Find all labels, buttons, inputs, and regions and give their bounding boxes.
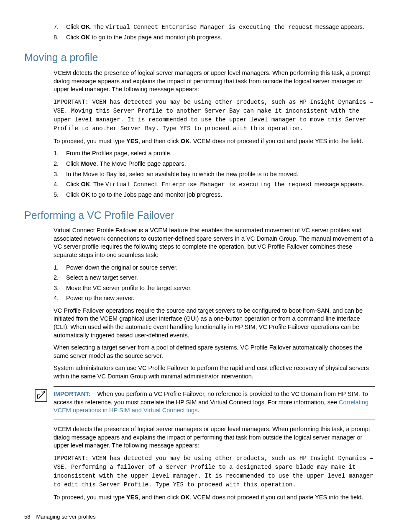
list-item: 4. Power up the new server.: [54, 294, 375, 303]
paragraph: When selecting a target server from a po…: [54, 344, 375, 360]
step-number: 5.: [54, 191, 66, 199]
step-number: 8.: [54, 33, 66, 42]
footer-title: Managing server profiles: [36, 513, 95, 521]
heading-vc-profile-failover: Performing a VC Profile Failover: [24, 208, 375, 223]
page-footer: 58 Managing server profiles: [24, 513, 375, 521]
step-text: Select a new target server.: [66, 274, 375, 282]
page-number: 58: [24, 513, 30, 521]
step-number: 2.: [54, 160, 66, 168]
step-text: Move the VC server profile to the target…: [66, 284, 375, 293]
step-text: Click OK. The Virtual Connect Enterprise…: [66, 23, 375, 31]
list-item: 8. Click OK to go to the Jobs page and m…: [54, 33, 375, 42]
list-item: 1. From the Profiles page, select a prof…: [54, 149, 375, 158]
step-text: From the Profiles page, select a profile…: [66, 149, 375, 158]
heading-moving-profile: Moving a profile: [24, 51, 375, 65]
list-item: 2. Click Move. The Move Profile page app…: [54, 160, 375, 168]
step-number: 4.: [54, 294, 66, 303]
step-text: Click OK to go to the Jobs page and moni…: [66, 33, 375, 42]
step-number: 2.: [54, 274, 66, 282]
step-text: In the Move to Bay list, select an avail…: [66, 170, 375, 179]
code-block: IMPORTANT: VCEM has detected you may be …: [54, 98, 375, 133]
list-item: 5. Click OK to go to the Jobs page and m…: [54, 191, 375, 199]
paragraph: To proceed, you must type YES, and then …: [54, 493, 375, 502]
step-number: 1.: [54, 264, 66, 272]
note-icon: [35, 389, 47, 402]
step-text: Click OK. The Virtual Connect Enterprise…: [66, 180, 375, 189]
section-body: VCEM detects the presence of logical ser…: [54, 425, 375, 501]
code-block: IMPORTANT: VCEM has detected you may be …: [54, 454, 375, 489]
list-item: 3. Move the VC server profile to the tar…: [54, 284, 375, 293]
continued-steps-list: 7. Click OK. The Virtual Connect Enterpr…: [54, 23, 375, 41]
paragraph: To proceed, you must type YES, and then …: [54, 137, 375, 146]
section-body: Virtual Connect Profile Failover is a VC…: [54, 226, 375, 380]
list-item: 7. Click OK. The Virtual Connect Enterpr…: [54, 23, 375, 31]
important-text: When you perform a VC Profile Failover, …: [54, 391, 368, 414]
paragraph: Virtual Connect Profile Failover is a VC…: [54, 226, 375, 259]
step-text: Click Move. The Move Profile page appear…: [66, 160, 375, 168]
paragraph: VCEM detects the presence of logical ser…: [54, 69, 375, 94]
step-text: Power up the new server.: [66, 294, 375, 303]
section-body: VCEM detects the presence of logical ser…: [54, 69, 375, 199]
paragraph: System administrators can use VC Profile…: [54, 364, 375, 380]
important-callout: IMPORTANT: When you perform a VC Profile…: [54, 386, 375, 419]
list-item: 4. Click OK. The Virtual Connect Enterpr…: [54, 180, 375, 189]
paragraph: VC Profile Failover operations require t…: [54, 307, 375, 339]
step-number: 3.: [54, 170, 66, 179]
step-text: Click OK to go to the Jobs page and moni…: [66, 191, 375, 199]
important-label: IMPORTANT:: [54, 391, 90, 397]
list-item: 2. Select a new target server.: [54, 274, 375, 282]
list-item: 1. Power down the original or source ser…: [54, 264, 375, 272]
step-number: 1.: [54, 149, 66, 158]
step-text: Power down the original or source server…: [66, 264, 375, 272]
list-item: 3. In the Move to Bay list, select an av…: [54, 170, 375, 179]
step-number: 3.: [54, 284, 66, 293]
step-number: 4.: [54, 180, 66, 189]
step-number: 7.: [54, 23, 66, 31]
paragraph: VCEM detects the presence of logical ser…: [54, 425, 375, 450]
